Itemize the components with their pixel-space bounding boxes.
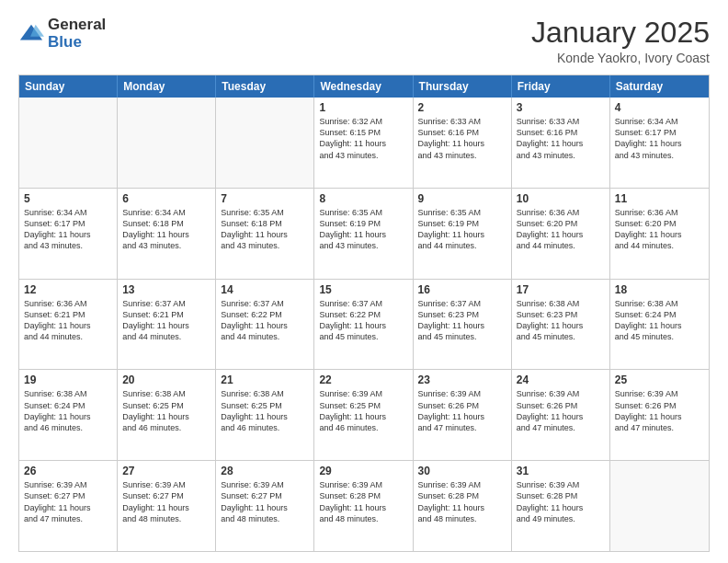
day-cell-28: 28Sunrise: 6:39 AM Sunset: 6:27 PM Dayli… [216, 461, 314, 551]
page: General Blue January 2025 Konde Yaokro, … [0, 0, 728, 563]
day-cell-11: 11Sunrise: 6:36 AM Sunset: 6:20 PM Dayli… [610, 189, 709, 279]
header-day-saturday: Saturday [610, 75, 709, 98]
day-info: Sunrise: 6:39 AM Sunset: 6:27 PM Dayligh… [122, 479, 210, 524]
day-number: 27 [122, 465, 210, 477]
day-cell-12: 12Sunrise: 6:36 AM Sunset: 6:21 PM Dayli… [19, 280, 118, 370]
day-number: 13 [122, 283, 210, 296]
day-number: 30 [418, 465, 506, 477]
header-day-tuesday: Tuesday [216, 75, 314, 98]
logo-icon [18, 21, 44, 47]
day-cell-6: 6Sunrise: 6:34 AM Sunset: 6:18 PM Daylig… [118, 189, 216, 279]
day-info: Sunrise: 6:38 AM Sunset: 6:25 PM Dayligh… [122, 388, 210, 433]
empty-cell [216, 98, 314, 188]
day-cell-19: 19Sunrise: 6:38 AM Sunset: 6:24 PM Dayli… [19, 370, 118, 460]
header-day-monday: Monday [118, 75, 216, 98]
week-row-2: 5Sunrise: 6:34 AM Sunset: 6:17 PM Daylig… [19, 188, 709, 279]
day-number: 11 [615, 192, 704, 205]
day-info: Sunrise: 6:36 AM Sunset: 6:20 PM Dayligh… [517, 207, 605, 252]
day-info: Sunrise: 6:34 AM Sunset: 6:17 PM Dayligh… [615, 116, 704, 161]
day-cell-3: 3Sunrise: 6:33 AM Sunset: 6:16 PM Daylig… [512, 98, 610, 188]
day-cell-27: 27Sunrise: 6:39 AM Sunset: 6:27 PM Dayli… [118, 461, 216, 551]
day-number: 5 [24, 192, 112, 205]
day-number: 25 [615, 373, 704, 386]
day-number: 3 [517, 101, 605, 114]
header-day-thursday: Thursday [414, 75, 512, 98]
day-cell-7: 7Sunrise: 6:35 AM Sunset: 6:18 PM Daylig… [216, 189, 314, 279]
day-info: Sunrise: 6:34 AM Sunset: 6:18 PM Dayligh… [122, 207, 210, 252]
logo-general-text: General [48, 17, 106, 34]
day-number: 6 [122, 192, 210, 205]
header-day-friday: Friday [512, 75, 610, 98]
day-info: Sunrise: 6:38 AM Sunset: 6:23 PM Dayligh… [517, 298, 605, 343]
week-row-3: 12Sunrise: 6:36 AM Sunset: 6:21 PM Dayli… [19, 279, 709, 370]
day-number: 18 [615, 283, 704, 296]
title-month: January 2025 [531, 17, 710, 49]
day-number: 20 [122, 373, 210, 386]
day-cell-14: 14Sunrise: 6:37 AM Sunset: 6:22 PM Dayli… [216, 280, 314, 370]
day-info: Sunrise: 6:33 AM Sunset: 6:16 PM Dayligh… [418, 116, 506, 161]
day-info: Sunrise: 6:37 AM Sunset: 6:22 PM Dayligh… [319, 298, 407, 343]
day-number: 21 [221, 373, 309, 386]
day-cell-26: 26Sunrise: 6:39 AM Sunset: 6:27 PM Dayli… [19, 461, 118, 551]
header-day-wednesday: Wednesday [314, 75, 413, 98]
day-info: Sunrise: 6:38 AM Sunset: 6:24 PM Dayligh… [615, 298, 704, 343]
day-cell-15: 15Sunrise: 6:37 AM Sunset: 6:22 PM Dayli… [314, 280, 413, 370]
logo-blue-text: Blue [48, 34, 106, 52]
day-number: 4 [615, 101, 704, 114]
day-number: 7 [221, 192, 309, 205]
logo-text: General Blue [48, 17, 106, 51]
day-info: Sunrise: 6:39 AM Sunset: 6:26 PM Dayligh… [418, 388, 506, 433]
day-cell-1: 1Sunrise: 6:32 AM Sunset: 6:15 PM Daylig… [314, 98, 413, 188]
day-info: Sunrise: 6:39 AM Sunset: 6:26 PM Dayligh… [517, 388, 605, 433]
calendar-body: 1Sunrise: 6:32 AM Sunset: 6:15 PM Daylig… [19, 98, 709, 551]
day-cell-4: 4Sunrise: 6:34 AM Sunset: 6:17 PM Daylig… [610, 98, 709, 188]
calendar: SundayMondayTuesdayWednesdayThursdayFrid… [18, 75, 710, 552]
day-cell-18: 18Sunrise: 6:38 AM Sunset: 6:24 PM Dayli… [610, 280, 709, 370]
title-location: Konde Yaokro, Ivory Coast [531, 51, 710, 65]
day-cell-16: 16Sunrise: 6:37 AM Sunset: 6:23 PM Dayli… [414, 280, 512, 370]
title-block: January 2025 Konde Yaokro, Ivory Coast [531, 17, 710, 65]
day-number: 14 [221, 283, 309, 296]
day-info: Sunrise: 6:38 AM Sunset: 6:24 PM Dayligh… [24, 388, 112, 433]
empty-cell [19, 98, 118, 188]
day-cell-21: 21Sunrise: 6:38 AM Sunset: 6:25 PM Dayli… [216, 370, 314, 460]
day-info: Sunrise: 6:39 AM Sunset: 6:25 PM Dayligh… [319, 388, 407, 433]
day-number: 1 [319, 101, 407, 114]
empty-cell [610, 461, 709, 551]
day-cell-2: 2Sunrise: 6:33 AM Sunset: 6:16 PM Daylig… [414, 98, 512, 188]
day-number: 8 [319, 192, 407, 205]
day-cell-30: 30Sunrise: 6:39 AM Sunset: 6:28 PM Dayli… [414, 461, 512, 551]
day-info: Sunrise: 6:39 AM Sunset: 6:26 PM Dayligh… [615, 388, 704, 433]
day-cell-23: 23Sunrise: 6:39 AM Sunset: 6:26 PM Dayli… [414, 370, 512, 460]
day-number: 2 [418, 101, 506, 114]
day-cell-10: 10Sunrise: 6:36 AM Sunset: 6:20 PM Dayli… [512, 189, 610, 279]
day-info: Sunrise: 6:34 AM Sunset: 6:17 PM Dayligh… [24, 207, 112, 252]
day-info: Sunrise: 6:39 AM Sunset: 6:27 PM Dayligh… [221, 479, 309, 524]
day-info: Sunrise: 6:35 AM Sunset: 6:18 PM Dayligh… [221, 207, 309, 252]
day-info: Sunrise: 6:36 AM Sunset: 6:20 PM Dayligh… [615, 207, 704, 252]
day-number: 28 [221, 465, 309, 477]
day-cell-25: 25Sunrise: 6:39 AM Sunset: 6:26 PM Dayli… [610, 370, 709, 460]
day-info: Sunrise: 6:39 AM Sunset: 6:28 PM Dayligh… [319, 479, 407, 524]
day-cell-20: 20Sunrise: 6:38 AM Sunset: 6:25 PM Dayli… [118, 370, 216, 460]
day-cell-8: 8Sunrise: 6:35 AM Sunset: 6:19 PM Daylig… [314, 189, 413, 279]
day-cell-9: 9Sunrise: 6:35 AM Sunset: 6:19 PM Daylig… [414, 189, 512, 279]
week-row-5: 26Sunrise: 6:39 AM Sunset: 6:27 PM Dayli… [19, 460, 709, 551]
day-number: 29 [319, 465, 407, 477]
day-number: 16 [418, 283, 506, 296]
day-info: Sunrise: 6:39 AM Sunset: 6:28 PM Dayligh… [517, 479, 605, 524]
day-info: Sunrise: 6:39 AM Sunset: 6:28 PM Dayligh… [418, 479, 506, 524]
day-number: 26 [24, 465, 112, 477]
day-cell-24: 24Sunrise: 6:39 AM Sunset: 6:26 PM Dayli… [512, 370, 610, 460]
day-info: Sunrise: 6:35 AM Sunset: 6:19 PM Dayligh… [319, 207, 407, 252]
day-number: 22 [319, 373, 407, 386]
day-cell-29: 29Sunrise: 6:39 AM Sunset: 6:28 PM Dayli… [314, 461, 413, 551]
day-number: 23 [418, 373, 506, 386]
day-number: 24 [517, 373, 605, 386]
day-cell-17: 17Sunrise: 6:38 AM Sunset: 6:23 PM Dayli… [512, 280, 610, 370]
day-info: Sunrise: 6:33 AM Sunset: 6:16 PM Dayligh… [517, 116, 605, 161]
day-cell-31: 31Sunrise: 6:39 AM Sunset: 6:28 PM Dayli… [512, 461, 610, 551]
day-cell-22: 22Sunrise: 6:39 AM Sunset: 6:25 PM Dayli… [314, 370, 413, 460]
day-info: Sunrise: 6:35 AM Sunset: 6:19 PM Dayligh… [418, 207, 506, 252]
day-info: Sunrise: 6:37 AM Sunset: 6:22 PM Dayligh… [221, 298, 309, 343]
